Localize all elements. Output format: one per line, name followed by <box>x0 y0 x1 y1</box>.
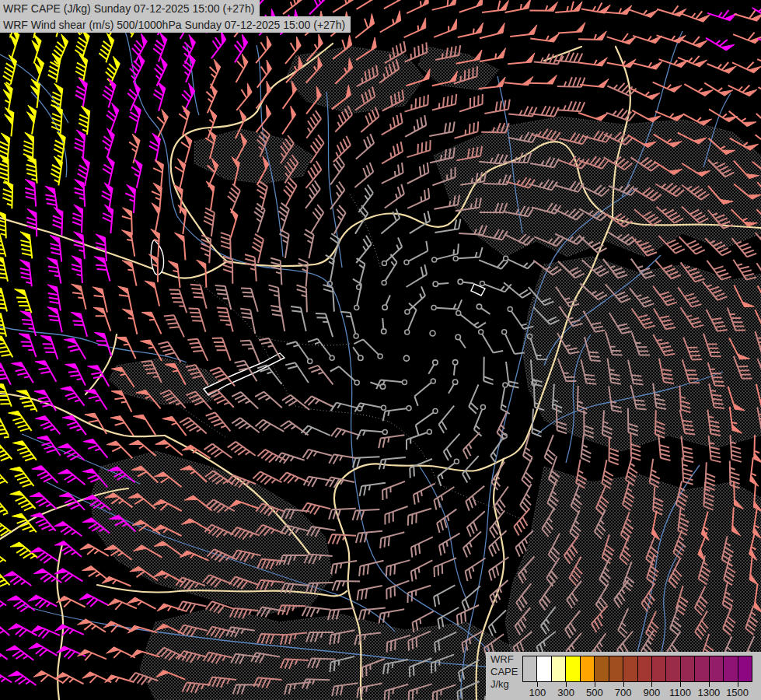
legend-colorbar <box>522 656 752 682</box>
legend-cell <box>595 656 609 681</box>
legend-tick-label: 500 <box>586 687 603 698</box>
legend-cell <box>609 656 623 681</box>
legend-cell <box>695 656 709 681</box>
map-title-cape: WRF CAPE (J/kg) Sunday 07-12-2025 15:00 … <box>0 0 260 16</box>
legend-label: WRF CAPE J/kg <box>490 653 520 691</box>
legend-label-line: CAPE <box>490 666 520 678</box>
legend-cell <box>537 656 551 681</box>
legend-cell <box>581 656 595 681</box>
map-title-windshear: WRF Wind shear (m/s) 500/1000hPa Sunday … <box>0 16 351 33</box>
legend-cell <box>724 656 738 681</box>
legend-tick-label: 900 <box>644 687 661 698</box>
legend-cell <box>552 656 566 681</box>
legend-label-line: J/kg <box>490 678 520 691</box>
legend-tick-label: 100 <box>529 687 546 698</box>
legend-cell <box>523 656 537 681</box>
legend-tick-label: 300 <box>557 687 574 698</box>
weather-forecast-screen: WRF CAPE (J/kg) Sunday 07-12-2025 15:00 … <box>0 0 761 700</box>
cape-legend: WRF CAPE J/kg 10030050070090011001300150… <box>486 652 761 700</box>
legend-cell <box>638 656 652 681</box>
legend-cell <box>623 656 637 681</box>
legend-tick-label: 1500 <box>726 687 749 698</box>
legend-cell <box>681 656 695 681</box>
legend-label-line: WRF <box>490 653 520 666</box>
legend-cell <box>566 656 580 681</box>
legend-cell <box>652 656 666 681</box>
legend-tick-label: 1100 <box>669 687 691 698</box>
forecast-map-canvas <box>0 0 761 700</box>
legend-tick-label: 700 <box>615 687 632 698</box>
legend-cell <box>710 656 724 681</box>
legend-cell <box>666 656 680 681</box>
legend-tick-label: 1300 <box>697 687 720 698</box>
legend-cell <box>738 656 752 681</box>
